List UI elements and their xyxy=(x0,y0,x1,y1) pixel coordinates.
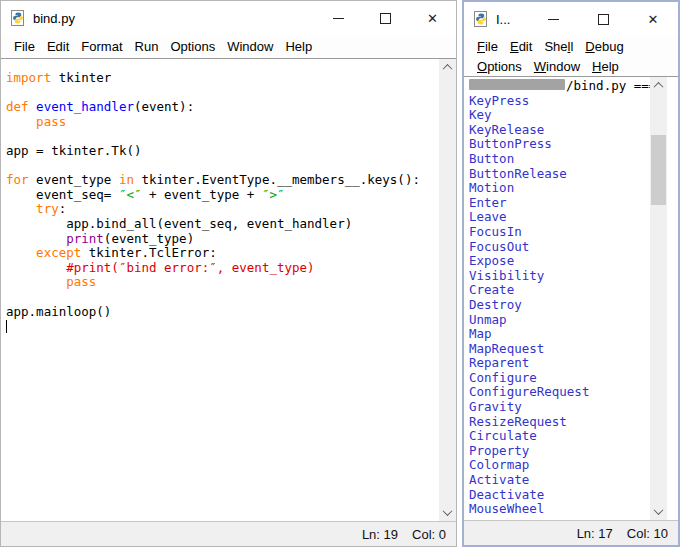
code-line: event_seq= ″<″ + event_type + ″>″ xyxy=(6,188,439,203)
menu-item-window[interactable]: Window xyxy=(528,59,586,74)
scroll-down-icon[interactable] xyxy=(650,503,667,520)
shell-output-line: Gravity xyxy=(469,400,650,415)
shell-output-line: Motion xyxy=(469,181,650,196)
code-line: try: xyxy=(6,202,439,217)
shell-output-line: Key xyxy=(469,108,650,123)
shell-output-line: MouseWheel xyxy=(469,502,650,517)
shell-output-line: Reparent xyxy=(469,356,650,371)
shell-output-line: Visibility xyxy=(469,269,650,284)
shell-output-line: FocusIn xyxy=(469,225,650,240)
scrollbar-thumb[interactable] xyxy=(651,135,666,205)
menu-item-help[interactable]: Help xyxy=(279,39,318,54)
text-cursor xyxy=(6,320,7,333)
shell-output-line: ButtonRelease xyxy=(469,167,650,182)
code-line xyxy=(6,86,439,101)
editor-menubar: FileEditFormatRunOptionsWindowHelp xyxy=(1,35,456,58)
menu-item-help[interactable]: Help xyxy=(586,59,625,74)
menu-item-run[interactable]: Run xyxy=(129,39,165,54)
restart-line: /bind.py === xyxy=(469,79,650,94)
window-controls: ✕ xyxy=(528,2,678,36)
code-line: app = tkinter.Tk() xyxy=(6,144,439,159)
code-area[interactable]: import tkinter def event_handler(event):… xyxy=(1,59,439,521)
menu-item-edit[interactable]: Edit xyxy=(41,39,75,54)
code-line: def event_handler(event): xyxy=(6,100,439,115)
shell-output-line: Configure xyxy=(469,371,650,386)
editor-window: bind.py ✕ FileEditFormatRunOptionsWindow… xyxy=(0,0,457,547)
menu-item-file[interactable]: File xyxy=(8,39,41,54)
shell-prompt: >>> xyxy=(469,517,650,520)
shell-output-line: Circulate xyxy=(469,429,650,444)
shell-output-line: Unmap xyxy=(469,313,650,328)
scroll-down-icon[interactable] xyxy=(439,504,456,521)
line-indicator: Ln: 17 xyxy=(577,526,613,541)
column-indicator: Col: 10 xyxy=(627,526,668,541)
code-line: pass xyxy=(6,275,439,290)
shell-output-line: Deactivate xyxy=(469,488,650,503)
code-line xyxy=(6,290,439,305)
shell-content: /bind.py ===KeyPressKeyKeyReleaseButtonP… xyxy=(464,76,678,520)
shell-titlebar: I... ✕ xyxy=(464,2,678,36)
scroll-up-icon[interactable] xyxy=(439,59,456,76)
minimize-button[interactable] xyxy=(315,1,362,35)
shell-output-line: KeyPress xyxy=(469,94,650,109)
menu-item-edit[interactable]: Edit xyxy=(504,39,538,54)
maximize-button[interactable] xyxy=(362,1,409,35)
close-button[interactable]: ✕ xyxy=(628,2,678,36)
window-title: I... xyxy=(496,12,510,27)
maximize-button[interactable] xyxy=(578,2,628,36)
code-line: app.mainloop() xyxy=(6,305,439,320)
code-line xyxy=(6,129,439,144)
shell-scrollbar[interactable] xyxy=(650,77,667,520)
scroll-up-icon[interactable] xyxy=(650,77,667,94)
shell-output-line: Enter xyxy=(469,196,650,211)
shell-output-line: ResizeRequest xyxy=(469,415,650,430)
code-line xyxy=(6,159,439,174)
shell-statusbar: Ln: 17 Col: 10 xyxy=(464,520,678,545)
shell-output-line: MapRequest xyxy=(469,342,650,357)
python-file-icon xyxy=(10,10,26,26)
shell-menubar-row1: FileEditShellDebug xyxy=(464,36,678,56)
shell-output-line: Expose xyxy=(469,254,650,269)
menu-item-options[interactable]: Options xyxy=(164,39,221,54)
shell-output-line: Create xyxy=(469,283,650,298)
shell-output-line: Leave xyxy=(469,210,650,225)
column-indicator: Col: 0 xyxy=(412,527,446,542)
shell-output-line: Destroy xyxy=(469,298,650,313)
shell-output-line: FocusOut xyxy=(469,240,650,255)
code-line: pass xyxy=(6,115,439,130)
code-line: #print(″bind error:″, event_type) xyxy=(6,261,439,276)
code-line: for event_type in tkinter.EventType.__me… xyxy=(6,173,439,188)
shell-output-area[interactable]: /bind.py ===KeyPressKeyKeyReleaseButtonP… xyxy=(464,77,650,520)
editor-statusbar: Ln: 19 Col: 0 xyxy=(1,521,456,546)
shell-output-line: Activate xyxy=(469,473,650,488)
python-file-icon xyxy=(473,11,489,27)
shell-output-line: Colormap xyxy=(469,458,650,473)
redacted-path xyxy=(469,79,565,90)
shell-output-line: Property xyxy=(469,444,650,459)
editor-scrollbar[interactable] xyxy=(439,59,456,521)
code-line: except tkinter.TclError: xyxy=(6,246,439,261)
shell-output-line: KeyRelease xyxy=(469,123,650,138)
shell-window: I... ✕ FileEditShellDebug OptionsWindowH… xyxy=(462,0,680,547)
minimize-button[interactable] xyxy=(528,2,578,36)
line-indicator: Ln: 19 xyxy=(362,527,398,542)
menu-item-window[interactable]: Window xyxy=(221,39,279,54)
menu-item-options[interactable]: Options xyxy=(471,59,528,74)
code-line: app.bind_all(event_seq, event_handler) xyxy=(6,217,439,232)
menu-item-format[interactable]: Format xyxy=(75,39,128,54)
shell-output-line: Button xyxy=(469,152,650,167)
close-button[interactable]: ✕ xyxy=(409,1,456,35)
code-line: print(event_type) xyxy=(6,232,439,247)
window-controls: ✕ xyxy=(315,1,456,35)
shell-menubar-row2: OptionsWindowHelp xyxy=(464,56,678,76)
menu-item-shell[interactable]: Shell xyxy=(538,39,579,54)
shell-output-line: ButtonPress xyxy=(469,137,650,152)
editor-titlebar: bind.py ✕ xyxy=(1,1,456,35)
shell-output-line: ConfigureRequest xyxy=(469,385,650,400)
shell-output-line: Map xyxy=(469,327,650,342)
window-title: bind.py xyxy=(33,11,75,26)
menu-item-debug[interactable]: Debug xyxy=(579,39,629,54)
code-line: import tkinter xyxy=(6,71,439,86)
editor-content: import tkinter def event_handler(event):… xyxy=(1,58,456,521)
menu-item-file[interactable]: File xyxy=(471,39,504,54)
